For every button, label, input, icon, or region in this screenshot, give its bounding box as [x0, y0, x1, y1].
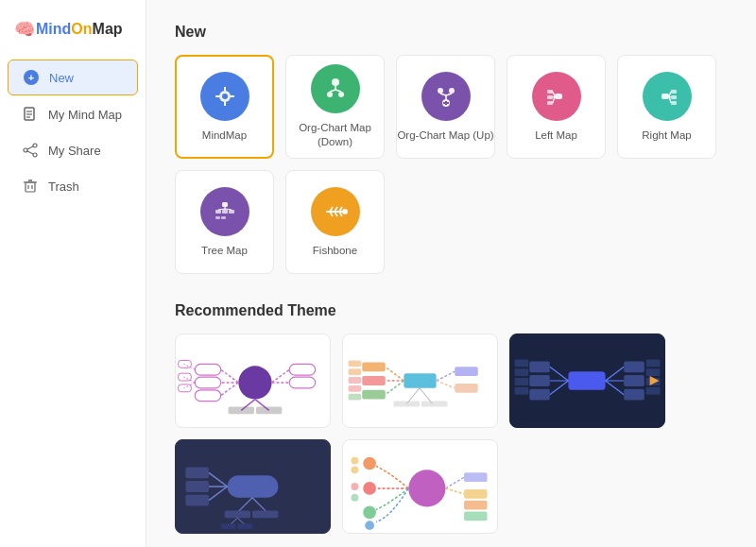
- map-card-org-chart-down[interactable]: Org-Chart Map (Down): [285, 55, 385, 159]
- org-chart-up-icon: [421, 72, 471, 121]
- svg-line-135: [237, 498, 252, 513]
- svg-rect-116: [515, 387, 529, 395]
- svg-rect-101: [455, 384, 478, 393]
- mindmap-label: MindMap: [202, 128, 247, 143]
- svg-point-65: [238, 366, 271, 399]
- svg-rect-157: [464, 511, 488, 521]
- svg-line-121: [606, 381, 625, 395]
- logo: 🧠 MindOnMap: [0, 9, 146, 59]
- map-card-left-map[interactable]: Left Map: [507, 55, 606, 159]
- svg-point-148: [351, 457, 358, 465]
- svg-rect-37: [547, 101, 553, 105]
- svg-line-91: [386, 381, 404, 395]
- svg-point-146: [363, 506, 376, 520]
- svg-line-152: [445, 477, 464, 488]
- svg-line-70: [221, 383, 239, 396]
- svg-line-30: [440, 94, 446, 95]
- svg-line-107: [550, 367, 569, 381]
- left-map-label: Left Map: [535, 128, 577, 143]
- svg-rect-104: [394, 402, 420, 407]
- map-card-mindmap[interactable]: MindMap: [175, 55, 274, 159]
- svg-line-111: [550, 381, 569, 395]
- svg-line-7: [27, 146, 33, 149]
- svg-point-145: [363, 482, 376, 495]
- theme-card-2[interactable]: [342, 333, 498, 428]
- map-card-org-chart-up[interactable]: Org-Chart Map (Up): [396, 55, 495, 159]
- svg-line-154: [445, 488, 464, 494]
- svg-point-20: [332, 78, 339, 86]
- svg-rect-118: [624, 361, 644, 372]
- sidebar-item-trash[interactable]: Trash: [8, 169, 138, 203]
- svg-rect-42: [671, 90, 677, 94]
- svg-rect-128: [228, 475, 279, 498]
- svg-rect-95: [349, 377, 362, 384]
- svg-rect-34: [555, 94, 562, 99]
- svg-line-45: [669, 92, 671, 96]
- svg-rect-86: [404, 373, 436, 388]
- svg-line-117: [606, 367, 625, 381]
- svg-line-73: [183, 377, 195, 383]
- svg-line-87: [386, 367, 404, 381]
- svg-rect-85: [256, 406, 282, 414]
- org-chart-down-icon: [311, 64, 360, 113]
- svg-rect-141: [221, 523, 236, 529]
- svg-line-56: [225, 209, 232, 210]
- svg-point-27: [438, 88, 443, 94]
- svg-rect-130: [185, 467, 209, 478]
- svg-point-21: [327, 92, 333, 97]
- svg-rect-67: [195, 364, 220, 375]
- svg-rect-110: [529, 375, 550, 386]
- svg-rect-88: [362, 362, 386, 371]
- svg-rect-84: [229, 406, 254, 414]
- map-card-tree-map[interactable]: Tree Map: [175, 170, 274, 274]
- svg-rect-132: [185, 481, 209, 492]
- svg-line-66: [221, 369, 239, 383]
- sidebar-item-my-share[interactable]: My Share: [8, 133, 138, 167]
- svg-rect-43: [671, 95, 677, 99]
- theme-card-4[interactable]: [175, 439, 331, 534]
- sidebar-item-my-mind-map[interactable]: My Mind Map: [8, 97, 138, 131]
- sidebar-item-new[interactable]: + New: [8, 60, 138, 95]
- svg-rect-137: [225, 510, 250, 518]
- fishbone-label: Fishbone: [313, 244, 357, 258]
- map-card-right-map[interactable]: Right Map: [617, 55, 716, 159]
- svg-point-5: [24, 148, 27, 152]
- svg-rect-35: [547, 90, 553, 94]
- svg-line-136: [252, 498, 267, 513]
- svg-rect-36: [547, 95, 553, 99]
- svg-point-4: [33, 144, 37, 147]
- mindmap-icon: [200, 72, 249, 121]
- svg-rect-96: [349, 385, 362, 392]
- theme-card-1[interactable]: [175, 333, 331, 428]
- svg-point-22: [338, 92, 344, 97]
- svg-rect-51: [229, 210, 234, 214]
- svg-rect-124: [646, 368, 661, 376]
- svg-line-8: [27, 151, 33, 154]
- svg-rect-122: [624, 389, 644, 401]
- svg-rect-120: [624, 375, 644, 386]
- svg-rect-50: [222, 210, 228, 214]
- svg-point-150: [351, 483, 358, 490]
- share-icon: [22, 142, 39, 159]
- plus-icon: +: [23, 69, 40, 86]
- logo-text: MindOnMap: [36, 21, 123, 38]
- svg-rect-142: [237, 523, 252, 529]
- svg-point-147: [365, 521, 374, 530]
- svg-point-15: [222, 94, 228, 99]
- svg-rect-138: [252, 510, 278, 518]
- svg-line-24: [330, 90, 335, 92]
- map-card-fishbone[interactable]: Fishbone: [285, 170, 385, 274]
- sidebar-item-new-label: New: [49, 71, 74, 85]
- recommended-section-title: Recommended Theme: [175, 302, 728, 319]
- svg-rect-9: [26, 182, 35, 192]
- map-types-grid: MindMap Org-Chart Map (Down): [175, 55, 728, 274]
- svg-rect-113: [515, 359, 529, 367]
- svg-rect-108: [529, 361, 550, 372]
- theme-card-5[interactable]: [342, 439, 498, 534]
- svg-line-25: [335, 90, 341, 92]
- svg-line-78: [272, 369, 290, 383]
- svg-rect-97: [349, 394, 362, 401]
- svg-rect-115: [515, 378, 529, 385]
- svg-rect-123: [646, 359, 661, 367]
- theme-card-3[interactable]: [509, 333, 665, 428]
